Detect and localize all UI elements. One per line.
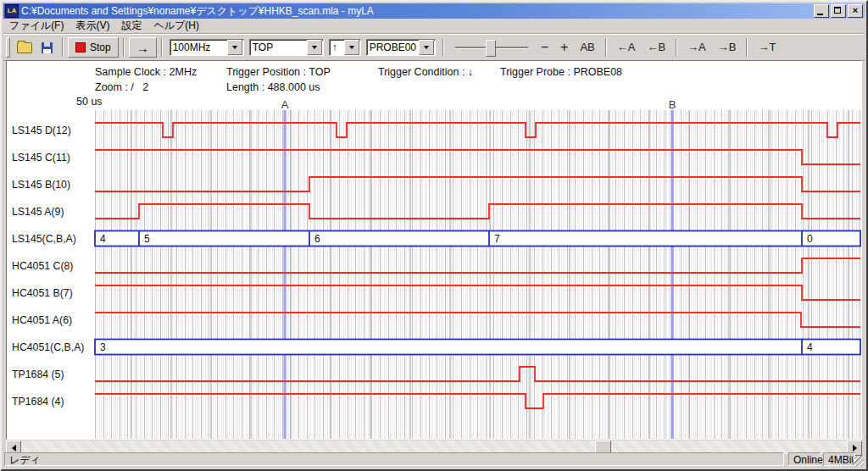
slider-thumb[interactable] xyxy=(486,40,496,57)
trigger-probe-info: Trigger Probe : PROBE08 xyxy=(500,66,622,78)
chevron-down-icon xyxy=(424,46,429,49)
close-button[interactable]: × xyxy=(848,4,863,18)
channel-label: HC4051(C,B,A) xyxy=(12,341,84,354)
resize-grip-icon[interactable] xyxy=(853,456,864,467)
marker-a-right-button[interactable]: →A xyxy=(683,38,710,57)
length-info: Length : 488.000 us xyxy=(226,81,320,93)
app-icon: LA xyxy=(5,4,19,18)
save-floppy-icon xyxy=(42,42,53,53)
maximize-button[interactable] xyxy=(831,4,846,18)
app-window: LA C:¥Documents and Settings¥noname¥デスクト… xyxy=(0,0,868,471)
run-button[interactable]: → xyxy=(129,37,157,58)
channel-label: TP1684 (5) xyxy=(12,368,64,381)
trigger-probe-combo[interactable]: PROBE00 xyxy=(366,39,436,56)
marker-b-right-button[interactable]: →B xyxy=(714,38,741,57)
sample-grid xyxy=(95,110,860,439)
toolbar-separator xyxy=(123,38,125,57)
sample-rate-value: 100MHz xyxy=(170,42,227,53)
marker-a-left-button[interactable]: ←A xyxy=(613,38,640,57)
open-file-button[interactable] xyxy=(14,38,35,57)
trigger-edge-value: ↑ xyxy=(330,42,344,53)
trigger-position-info: Trigger Position : TOP xyxy=(226,66,331,78)
channel-label: HC4051 A(6) xyxy=(12,313,72,327)
trigger-position-value: TOP xyxy=(250,42,307,53)
chevron-down-icon xyxy=(312,46,317,49)
channel-label: TP1684 (4) xyxy=(12,395,64,408)
combo-drop-button[interactable] xyxy=(307,40,322,55)
stop-label: Stop xyxy=(90,42,111,53)
arrow-left-icon xyxy=(12,445,16,452)
toolbar-separator xyxy=(161,38,163,57)
toolbar: Stop → 100MHz TOP ↑ PROBE00 − + AB ←A xyxy=(3,34,865,61)
chevron-down-icon xyxy=(349,46,354,49)
menu-help[interactable]: ヘルプ(H) xyxy=(147,18,205,34)
sample-rate-combo[interactable]: 100MHz xyxy=(170,39,244,56)
menu-bar: ファイル(F) 表示(V) 設定 ヘルプ(H) xyxy=(3,19,865,34)
maximize-icon xyxy=(834,7,841,14)
marker-b-left-button[interactable]: ←B xyxy=(643,38,670,57)
goto-trigger-button[interactable]: →T xyxy=(754,38,780,57)
combo-drop-button[interactable] xyxy=(419,40,434,55)
trigger-condition-info: Trigger Condition : ↓ xyxy=(378,66,473,78)
combo-drop-button[interactable] xyxy=(227,40,242,55)
status-online: Online xyxy=(788,452,821,466)
menu-settings[interactable]: 設定 xyxy=(115,18,147,34)
menu-file[interactable]: ファイル(F) xyxy=(3,18,70,34)
stop-square-icon xyxy=(75,42,86,53)
status-ready: レディ xyxy=(4,452,784,466)
toolbar-separator xyxy=(676,38,677,57)
channel-label: HC4051 C(8) xyxy=(12,259,73,273)
trigger-edge-combo[interactable]: ↑ xyxy=(329,39,361,56)
close-icon: × xyxy=(849,4,862,16)
trigger-position-combo[interactable]: TOP xyxy=(249,39,324,56)
ab-range-button[interactable]: AB xyxy=(576,38,598,57)
toolbar-separator xyxy=(62,38,64,57)
zoom-slider[interactable] xyxy=(455,39,528,56)
toolbar-separator xyxy=(746,38,748,57)
channel-label: HC4051 B(7) xyxy=(12,286,73,300)
sample-clock-info: Sample Clock : 2MHz xyxy=(95,66,197,78)
toolbar-separator xyxy=(605,38,607,57)
channel-label: LS145 C(11) xyxy=(12,151,70,164)
status-memory: 4MBit xyxy=(823,452,855,466)
run-arrow-icon: → xyxy=(136,41,149,55)
chevron-down-icon xyxy=(232,46,237,49)
zoom-in-button[interactable]: + xyxy=(556,38,572,57)
arrow-right-icon xyxy=(853,445,857,452)
channel-label: LS145 B(10) xyxy=(12,178,70,191)
zoom-out-button[interactable]: − xyxy=(537,38,553,57)
zoom-info: Zoom : / 2 xyxy=(95,81,148,93)
trigger-probe-value: PROBE00 xyxy=(367,42,419,53)
window-title: C:¥Documents and Settings¥noname¥デスクトップ¥… xyxy=(21,4,814,19)
stop-button[interactable]: Stop xyxy=(68,37,119,58)
channel-label: LS145 D(12) xyxy=(12,124,71,137)
menu-view[interactable]: 表示(V) xyxy=(70,18,115,34)
title-bar: LA C:¥Documents and Settings¥noname¥デスクト… xyxy=(3,3,865,19)
open-folder-icon xyxy=(17,42,32,53)
channel-label: LS145(C,B,A) xyxy=(12,232,76,246)
toolbar-separator xyxy=(442,38,444,57)
save-file-button[interactable] xyxy=(36,38,57,57)
channel-label: LS145 A(9) xyxy=(12,205,64,219)
status-bar: レディ Online 4MBit xyxy=(3,452,865,467)
time-scale-label: 50 us xyxy=(76,96,103,108)
combo-drop-button[interactable] xyxy=(344,40,359,55)
minimize-button[interactable] xyxy=(814,4,829,18)
toolbar-grip[interactable] xyxy=(6,37,10,58)
minimize-icon xyxy=(817,14,823,15)
